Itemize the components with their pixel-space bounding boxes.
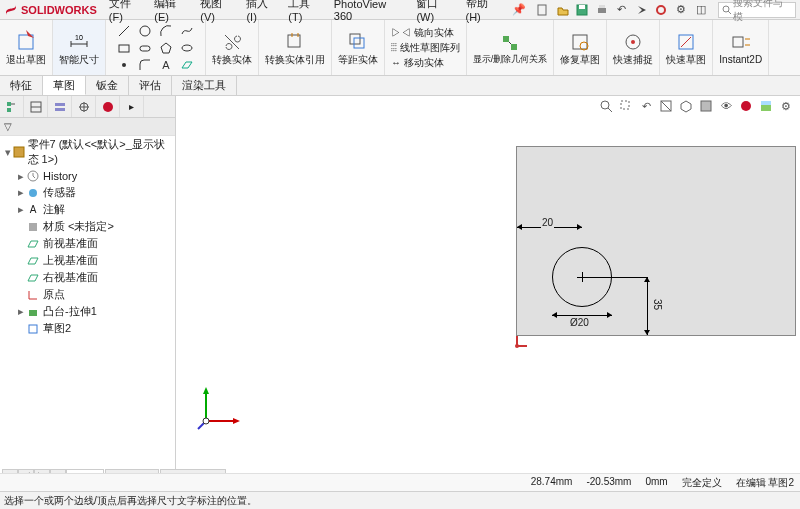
filter-icon[interactable]: ▽	[4, 121, 12, 132]
slot-icon[interactable]	[135, 40, 155, 56]
arc-icon[interactable]	[156, 23, 176, 39]
display-style-icon[interactable]	[698, 98, 714, 114]
exit-sketch-button[interactable]: 退出草图	[6, 30, 46, 65]
view-orient-icon[interactable]	[678, 98, 694, 114]
snap-button[interactable]: 快速捕捉	[613, 30, 653, 65]
box-icon[interactable]: ◫	[694, 3, 708, 17]
svg-point-5	[657, 6, 665, 14]
tree-sketch2[interactable]: 草图2	[0, 320, 175, 337]
trim-label: 转换实体	[212, 54, 252, 65]
prev-view-icon[interactable]: ↶	[638, 98, 654, 114]
view-triad-icon	[196, 381, 246, 433]
point-icon[interactable]	[114, 57, 134, 73]
dim-phi20-label[interactable]: Ø20	[569, 317, 590, 328]
undo-icon[interactable]: ↶	[615, 3, 629, 17]
menu-pin-icon[interactable]: 📌	[512, 3, 526, 16]
dim-35-line[interactable]	[647, 277, 648, 335]
arrow-icon[interactable]	[635, 3, 649, 17]
new-icon[interactable]	[536, 3, 550, 17]
tab-feature[interactable]: 特征	[0, 76, 43, 95]
tree-boss-extrude[interactable]: ▸凸台-拉伸1	[0, 303, 175, 320]
save-icon[interactable]	[576, 3, 590, 17]
svg-point-27	[631, 40, 635, 44]
tree-root[interactable]: ▾零件7 (默认<<默认>_显示状态 1>)	[0, 136, 175, 168]
graphics-area[interactable]: ↶ 👁 ⚙ 20 Ø20	[176, 96, 800, 473]
tree-origin[interactable]: 原点	[0, 286, 175, 303]
tree-right-plane[interactable]: 右视基准面	[0, 269, 175, 286]
appearance-icon[interactable]	[738, 98, 754, 114]
tree-material[interactable]: 材质 <未指定>	[0, 218, 175, 235]
tree-front-plane[interactable]: 前视基准面	[0, 235, 175, 252]
line-icon[interactable]	[114, 23, 134, 39]
convert-button[interactable]: 转换实体引用	[265, 30, 325, 65]
trim-button[interactable]: 转换实体	[212, 30, 252, 65]
menu-photoview[interactable]: PhotoView 360	[334, 0, 407, 22]
polygon-icon[interactable]	[156, 40, 176, 56]
dim-20-label[interactable]: 20	[541, 217, 554, 228]
ellipse-icon[interactable]	[177, 40, 197, 56]
side-tab-strip: ▸	[0, 96, 175, 118]
search-box[interactable]: 搜索文件与模	[718, 2, 796, 18]
repair-label: 修复草图	[560, 54, 600, 65]
rebuild-icon[interactable]	[654, 3, 668, 17]
tab-evaluate[interactable]: 评估	[129, 76, 172, 95]
fm-tab-more[interactable]: ▸	[120, 96, 144, 117]
svg-line-50	[608, 108, 612, 112]
ribbon-instant2d-group: Instant2D	[713, 20, 769, 75]
hide-show-icon[interactable]: 👁	[718, 98, 734, 114]
smart-dim-button[interactable]: 10 智能尺寸	[59, 30, 99, 65]
instant2d-button[interactable]: Instant2D	[719, 30, 762, 65]
fm-tab-property[interactable]	[24, 96, 48, 117]
quicksketch-icon	[674, 30, 698, 54]
dim-35-label[interactable]: 35	[651, 299, 664, 310]
tab-sheetmetal[interactable]: 钣金	[86, 76, 129, 95]
tree-sensors[interactable]: ▸传感器	[0, 184, 175, 201]
status-y: -20.53mm	[586, 476, 631, 490]
fm-tab-config[interactable]	[48, 96, 72, 117]
scene-icon[interactable]	[758, 98, 774, 114]
zoom-fit-icon[interactable]	[598, 98, 614, 114]
tree-top-plane[interactable]: 上视基准面	[0, 252, 175, 269]
display-rel-button[interactable]: 显示/删除几何关系	[473, 31, 548, 65]
feature-manager-panel: ▸ ▽ ▾零件7 (默认<<默认>_显示状态 1>) ▸History ▸传感器…	[0, 96, 176, 473]
text-icon[interactable]: A	[156, 57, 176, 73]
fm-tab-appearance[interactable]	[96, 96, 120, 117]
pattern-button[interactable]: ⦙⦙⦙ 线性草图阵列	[391, 40, 460, 55]
tab-render[interactable]: 渲染工具	[172, 76, 237, 95]
open-icon[interactable]	[556, 3, 570, 17]
offset-button[interactable]: 等距实体	[338, 30, 378, 65]
svg-line-11	[119, 26, 129, 36]
mirror-button[interactable]: ▷◁ 镜向实体	[391, 25, 454, 40]
status-z: 0mm	[645, 476, 667, 490]
svg-rect-31	[7, 108, 11, 112]
view-settings-icon[interactable]: ⚙	[778, 98, 794, 114]
tree-history[interactable]: ▸History	[0, 168, 175, 184]
svg-text:10: 10	[75, 34, 83, 41]
options-icon[interactable]: ⚙	[674, 3, 688, 17]
zoom-area-icon[interactable]	[618, 98, 634, 114]
fillet-icon[interactable]	[135, 57, 155, 73]
spline-icon[interactable]	[177, 23, 197, 39]
fm-tab-dimxpert[interactable]	[72, 96, 96, 117]
fm-tab-tree[interactable]	[0, 96, 24, 117]
tree-annotations[interactable]: ▸A注解	[0, 201, 175, 218]
plane-icon[interactable]	[177, 57, 197, 73]
section-icon[interactable]	[658, 98, 674, 114]
trim-icon	[220, 30, 244, 54]
ribbon-smart-dim-group: 10 智能尺寸	[53, 20, 106, 75]
svg-line-7	[728, 11, 731, 14]
menu-bar: SOLIDWORKS 文件(F) 编辑(E) 视图(V) 插入(I) 工具(T)…	[0, 0, 800, 20]
circle-icon[interactable]	[135, 23, 155, 39]
repair-icon	[568, 30, 592, 54]
svg-rect-56	[761, 105, 771, 111]
repair-button[interactable]: 修复草图	[560, 30, 600, 65]
quicksketch-button[interactable]: 快速草图	[666, 30, 706, 65]
svg-rect-22	[511, 44, 517, 50]
ribbon-exit-sketch-group: 退出草图	[0, 20, 53, 75]
move-button[interactable]: ↔ 移动实体	[391, 55, 444, 70]
rect-icon[interactable]	[114, 40, 134, 56]
print-icon[interactable]	[595, 3, 609, 17]
tab-sketch[interactable]: 草图	[43, 76, 86, 95]
coord-status-bar: 28.74mm -20.53mm 0mm 完全定义 在编辑 草图2	[0, 473, 800, 491]
svg-rect-44	[29, 223, 37, 231]
